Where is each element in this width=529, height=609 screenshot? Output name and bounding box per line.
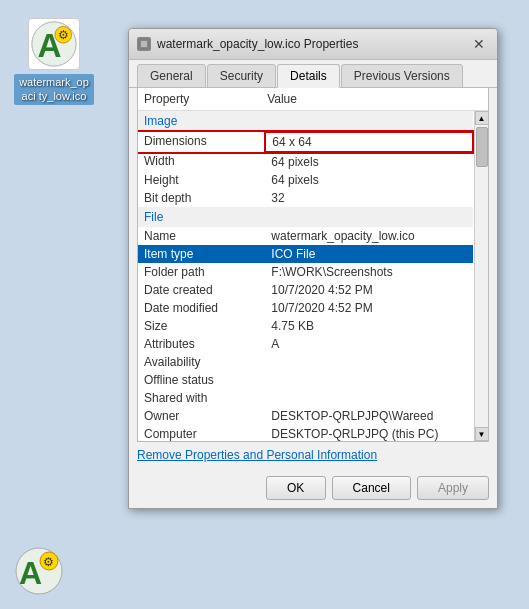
tab-bar: General Security Details Previous Versio… [129, 60, 497, 88]
desktop-icon[interactable]: A ⚙ watermark_opaci ty_low.ico [14, 18, 94, 105]
row-attributes: Attributes A [138, 335, 473, 353]
row-date-created: Date created 10/7/2020 4:52 PM [138, 281, 473, 299]
row-height: Height 64 pixels [138, 171, 473, 189]
svg-rect-6 [141, 41, 147, 47]
column-headers: Property Value [138, 88, 488, 111]
svg-text:⚙: ⚙ [58, 28, 69, 42]
button-row: OK Cancel Apply [129, 468, 497, 508]
row-offline-status: Offline status [138, 371, 473, 389]
row-size: Size 4.75 KB [138, 317, 473, 335]
tab-security[interactable]: Security [207, 64, 276, 88]
desktop: A ⚙ watermark_opaci ty_low.ico watermark… [0, 0, 529, 609]
scroll-container: Image Dimensions 64 x 64 Width 64 pixels [138, 111, 488, 441]
svg-text:⚙: ⚙ [43, 555, 54, 569]
val-dimensions: 64 x 64 [265, 132, 473, 152]
title-bar-left: watermark_opacity_low.ico Properties [137, 37, 358, 51]
row-computer: Computer DESKTOP-QRLPJPQ (this PC) [138, 425, 473, 441]
col-header-property: Property [144, 92, 267, 106]
scrollbar[interactable]: ▲ ▼ [474, 111, 488, 441]
svg-text:A: A [19, 555, 42, 591]
cancel-button[interactable]: Cancel [332, 476, 411, 500]
row-dimensions: Dimensions 64 x 64 [138, 132, 473, 152]
desktop-icon-label: watermark_opaci ty_low.ico [14, 74, 94, 105]
tab-general[interactable]: General [137, 64, 206, 88]
row-availability: Availability [138, 353, 473, 371]
col-header-value: Value [267, 92, 468, 106]
row-name: Name watermark_opacity_low.ico [138, 227, 473, 245]
dialog-content: Property Value Image [137, 88, 489, 442]
dialog-title: watermark_opacity_low.ico Properties [157, 37, 358, 51]
title-bar: watermark_opacity_low.ico Properties ✕ [129, 29, 497, 60]
row-item-type: Item type ICO File [138, 245, 473, 263]
apply-button[interactable]: Apply [417, 476, 489, 500]
tab-previous-versions[interactable]: Previous Versions [341, 64, 463, 88]
title-icon [137, 37, 151, 51]
row-shared-with: Shared with [138, 389, 473, 407]
bottom-logo: A ⚙ [14, 546, 64, 599]
row-bit-depth: Bit depth 32 [138, 189, 473, 207]
close-button[interactable]: ✕ [469, 35, 489, 53]
row-folder-path: Folder path F:\WORK\Screenshots [138, 263, 473, 281]
ok-button[interactable]: OK [266, 476, 326, 500]
scroll-up-arrow[interactable]: ▲ [475, 111, 489, 125]
row-date-modified: Date modified 10/7/2020 4:52 PM [138, 299, 473, 317]
remove-properties-link[interactable]: Remove Properties and Personal Informati… [129, 442, 497, 468]
scroll-thumb[interactable] [476, 127, 488, 167]
properties-dialog: watermark_opacity_low.ico Properties ✕ G… [128, 28, 498, 509]
section-image-header: Image [138, 111, 473, 132]
tab-details[interactable]: Details [277, 64, 340, 88]
file-icon: A ⚙ [28, 18, 80, 70]
section-file-header: File [138, 207, 473, 227]
row-owner: Owner DESKTOP-QRLPJPQ\Wareed [138, 407, 473, 425]
row-width: Width 64 pixels [138, 152, 473, 171]
prop-dimensions: Dimensions [138, 132, 265, 152]
scroll-down-arrow[interactable]: ▼ [475, 427, 489, 441]
properties-table: Image Dimensions 64 x 64 Width 64 pixels [138, 111, 474, 441]
